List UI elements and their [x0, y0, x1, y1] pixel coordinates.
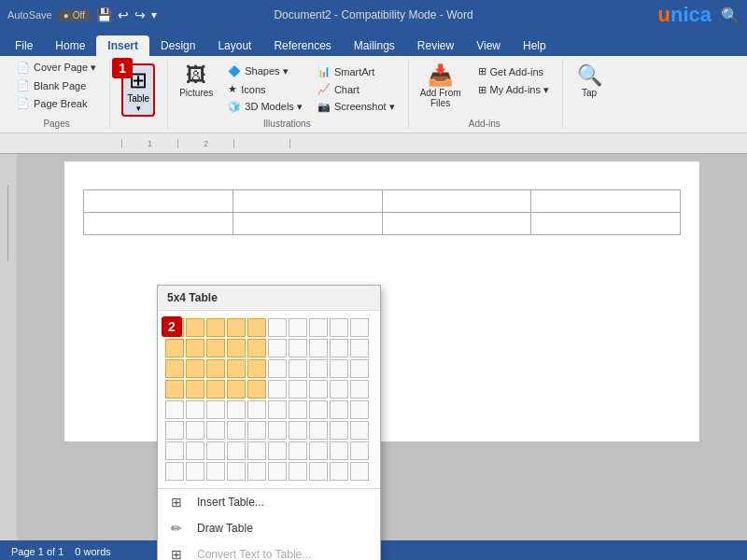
pictures-button[interactable]: 🖼 Pictures	[174, 60, 218, 102]
screenshot-button[interactable]: 📷 Screenshot ▾	[312, 99, 401, 115]
grid-cell[interactable]	[247, 421, 266, 440]
tab-file[interactable]: File	[4, 35, 44, 56]
grid-cell[interactable]	[289, 380, 307, 399]
grid-cell[interactable]	[289, 359, 307, 378]
grid-cell[interactable]	[186, 318, 204, 337]
grid-cell[interactable]	[350, 380, 369, 399]
grid-cell[interactable]	[247, 359, 266, 378]
grid-cell[interactable]	[227, 359, 246, 378]
grid-cell[interactable]	[268, 441, 287, 460]
grid-cell[interactable]	[206, 339, 225, 357]
tab-review[interactable]: Review	[406, 35, 465, 56]
search-button[interactable]: 🔍	[721, 7, 740, 24]
grid-cell[interactable]	[350, 339, 369, 357]
grid-cell[interactable]	[268, 318, 287, 337]
icons-button[interactable]: ★ Icons	[222, 81, 308, 97]
grid-cell[interactable]	[165, 359, 184, 378]
tab-insert[interactable]: Insert	[96, 35, 149, 56]
tab-layout[interactable]: Layout	[206, 35, 262, 56]
grid-cell[interactable]	[206, 441, 225, 460]
grid-cell[interactable]	[165, 380, 184, 399]
grid-cell[interactable]	[206, 359, 225, 378]
grid-cell[interactable]	[309, 318, 328, 337]
grid-cell[interactable]	[186, 359, 204, 378]
grid-cell[interactable]	[247, 462, 266, 481]
grid-cell[interactable]	[350, 359, 369, 378]
grid-cell[interactable]	[289, 400, 307, 419]
grid-cell[interactable]	[186, 421, 204, 440]
grid-cell[interactable]	[330, 441, 348, 460]
grid-cell[interactable]	[165, 400, 184, 419]
grid-cell[interactable]	[330, 462, 348, 481]
customize-icon[interactable]: ▾	[151, 8, 157, 21]
grid-cell[interactable]	[289, 462, 307, 481]
grid-cell[interactable]	[350, 400, 369, 419]
smartart-button[interactable]: 📊 SmartArt	[312, 63, 401, 79]
grid-cell[interactable]	[330, 339, 348, 357]
grid-cell[interactable]	[350, 421, 369, 440]
save-icon[interactable]: 💾	[96, 7, 112, 22]
my-addins-button[interactable]: ⊞ My Add-ins ▾	[472, 82, 555, 98]
grid-cell[interactable]	[165, 421, 184, 440]
grid-cell[interactable]	[330, 380, 348, 399]
grid-cell[interactable]	[309, 441, 328, 460]
grid-cell[interactable]	[227, 400, 246, 419]
grid-cell[interactable]	[165, 441, 184, 460]
draw-table-item[interactable]: ✏ Draw Table	[158, 515, 380, 541]
shapes-button[interactable]: 🔷 Shapes ▾	[222, 63, 308, 79]
grid-cell[interactable]	[309, 400, 328, 419]
grid-cell[interactable]	[247, 318, 266, 337]
grid-cell[interactable]	[165, 462, 184, 481]
grid-cell[interactable]	[350, 462, 369, 481]
redo-icon[interactable]: ↪	[134, 7, 146, 22]
grid-cell[interactable]	[206, 421, 225, 440]
grid-cell[interactable]	[309, 421, 328, 440]
grid-cell[interactable]	[227, 380, 246, 399]
grid-cell[interactable]	[330, 359, 348, 378]
tab-view[interactable]: View	[465, 35, 512, 56]
add-from-files-button[interactable]: 📥 Add FromFiles	[415, 60, 467, 112]
grid-cell[interactable]	[247, 380, 266, 399]
blank-page-button[interactable]: 📄 Blank Page	[11, 77, 102, 93]
grid-cell[interactable]	[247, 441, 266, 460]
grid-cell[interactable]	[165, 339, 184, 357]
grid-cell[interactable]	[309, 339, 328, 357]
autosave-toggle[interactable]: ● Off	[58, 9, 91, 21]
doc-content[interactable]: 5x4 Table 2 ⊞ Insert Table... ✏ Draw Tab…	[17, 154, 747, 540]
grid-cell[interactable]	[206, 400, 225, 419]
tab-home[interactable]: Home	[44, 35, 96, 56]
get-addins-button[interactable]: ⊞ Get Add-ins	[472, 63, 555, 79]
grid-cell[interactable]	[350, 318, 369, 337]
grid-cell[interactable]	[186, 400, 204, 419]
grid-cell[interactable]	[289, 318, 307, 337]
grid-cell[interactable]	[227, 421, 246, 440]
grid-cell[interactable]	[330, 318, 348, 337]
table-grid[interactable]	[158, 311, 380, 488]
grid-cell[interactable]	[289, 441, 307, 460]
grid-cell[interactable]	[309, 462, 328, 481]
3d-models-button[interactable]: 🧊 3D Models ▾	[222, 99, 308, 115]
tab-help[interactable]: Help	[512, 35, 557, 56]
chart-button[interactable]: 📈 Chart	[312, 81, 401, 97]
grid-cell[interactable]	[227, 339, 246, 357]
grid-cell[interactable]	[227, 462, 246, 481]
grid-cell[interactable]	[186, 339, 204, 357]
grid-cell[interactable]	[206, 318, 225, 337]
undo-icon[interactable]: ↩	[118, 7, 129, 22]
grid-cell[interactable]	[330, 421, 348, 440]
grid-cell[interactable]	[268, 339, 287, 357]
grid-cell[interactable]	[268, 462, 287, 481]
grid-cell[interactable]	[309, 359, 328, 378]
tab-mailings[interactable]: Mailings	[343, 35, 406, 56]
grid-cell[interactable]	[206, 380, 225, 399]
grid-cell[interactable]	[186, 380, 204, 399]
grid-cell[interactable]	[227, 318, 246, 337]
grid-cell[interactable]	[289, 339, 307, 357]
tab-references[interactable]: References	[262, 35, 342, 56]
grid-cell[interactable]	[330, 400, 348, 419]
grid-cell[interactable]	[289, 421, 307, 440]
grid-cell[interactable]	[268, 380, 287, 399]
grid-cell[interactable]	[206, 462, 225, 481]
grid-cell[interactable]	[268, 421, 287, 440]
grid-cell[interactable]	[186, 441, 204, 460]
